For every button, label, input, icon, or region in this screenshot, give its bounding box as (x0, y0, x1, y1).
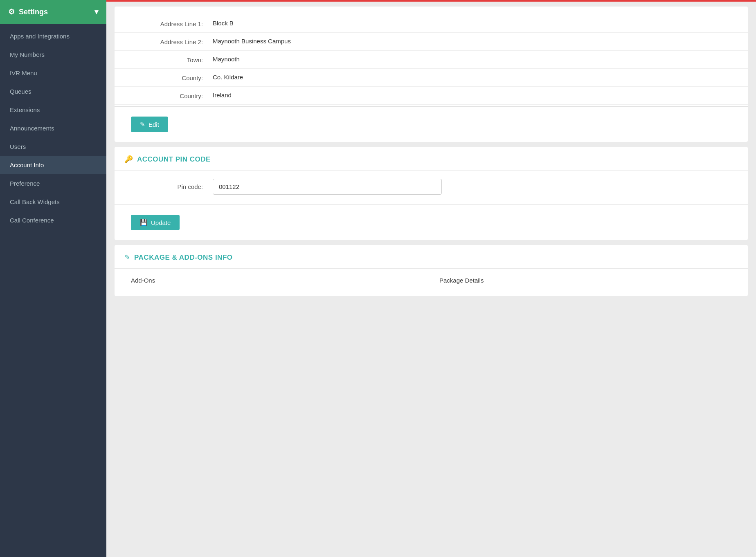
key-icon: 🔑 (124, 155, 133, 164)
address-field-value: Maynooth Business Campus (213, 38, 731, 45)
address-field-row: Address Line 1:Block B (115, 15, 748, 33)
address-field-row: Address Line 2:Maynooth Business Campus (115, 33, 748, 51)
address-field-row: County:Co. Kildare (115, 69, 748, 87)
pin-card: 🔑 ACCOUNT PIN CODE Pin code: 💾 Update (115, 147, 748, 240)
pin-field-row: Pin code: (131, 179, 731, 195)
package-card: ✎ PACKAGE & ADD-ONS INFO Add-Ons Package… (115, 245, 748, 296)
sidebar-nav: Apps and IntegrationsMy NumbersIVR MenuQ… (0, 24, 106, 229)
package-icon: ✎ (124, 253, 130, 262)
pin-input[interactable] (213, 179, 442, 195)
addons-col-title: Add-Ons (131, 277, 423, 284)
pin-section-title: ACCOUNT PIN CODE (137, 155, 211, 164)
address-card-footer: ✎ Edit (115, 108, 748, 142)
top-red-bar (106, 0, 756, 2)
save-icon: 💾 (140, 219, 148, 226)
package-details-col-title: Package Details (439, 277, 731, 284)
package-columns: Add-Ons Package Details (124, 277, 738, 288)
pin-label: Pin code: (131, 183, 213, 190)
sidebar: ⚙ Settings ▾ Apps and IntegrationsMy Num… (0, 0, 106, 557)
edit-button[interactable]: ✎ Edit (131, 117, 168, 132)
package-details-col: Package Details (439, 277, 731, 288)
package-section-title: PACKAGE & ADD-ONS INFO (134, 254, 233, 262)
sidebar-item-my-numbers[interactable]: My Numbers (0, 45, 106, 64)
sidebar-header-left: ⚙ Settings (8, 7, 48, 16)
settings-icon: ⚙ (8, 7, 15, 16)
update-button[interactable]: 💾 Update (131, 215, 180, 230)
sidebar-item-call-back-widgets[interactable]: Call Back Widgets (0, 193, 106, 211)
address-card: Address Line 1:Block BAddress Line 2:May… (115, 7, 748, 142)
content-area: Address Line 1:Block BAddress Line 2:May… (106, 7, 756, 296)
package-body: Add-Ons Package Details (115, 269, 748, 296)
sidebar-item-preference[interactable]: Preference (0, 174, 106, 193)
sidebar-title: Settings (19, 8, 48, 16)
address-field-label: Town: (131, 56, 213, 63)
pin-section-header: 🔑 ACCOUNT PIN CODE (115, 147, 748, 171)
address-section: Address Line 1:Block BAddress Line 2:May… (115, 7, 748, 105)
address-field-value: Co. Kildare (213, 74, 731, 81)
sidebar-item-queues[interactable]: Queues (0, 82, 106, 101)
address-field-label: Address Line 2: (131, 38, 213, 45)
address-field-label: Country: (131, 92, 213, 99)
sidebar-item-call-conference[interactable]: Call Conference (0, 211, 106, 229)
edit-button-label: Edit (148, 121, 159, 128)
package-section-header: ✎ PACKAGE & ADD-ONS INFO (115, 245, 748, 269)
sidebar-header: ⚙ Settings ▾ (0, 0, 106, 24)
sidebar-item-announcements[interactable]: Announcements (0, 119, 106, 137)
sidebar-item-ivr-menu[interactable]: IVR Menu (0, 64, 106, 82)
address-field-row: Town:Maynooth (115, 51, 748, 69)
address-field-row: Country:Ireland (115, 87, 748, 105)
update-button-label: Update (151, 219, 171, 226)
sidebar-item-apps-integrations[interactable]: Apps and Integrations (0, 27, 106, 45)
edit-icon: ✎ (140, 121, 145, 128)
address-field-value: Block B (213, 20, 731, 27)
pin-body: Pin code: (115, 171, 748, 203)
address-field-label: County: (131, 74, 213, 81)
address-field-label: Address Line 1: (131, 20, 213, 27)
address-field-value: Ireland (213, 92, 731, 99)
address-field-value: Maynooth (213, 56, 731, 63)
sidebar-item-users[interactable]: Users (0, 137, 106, 156)
addons-col: Add-Ons (131, 277, 423, 288)
main-content: Address Line 1:Block BAddress Line 2:May… (106, 0, 756, 557)
sidebar-item-account-info[interactable]: Account Info (0, 156, 106, 174)
pin-card-footer: 💾 Update (115, 207, 748, 240)
chevron-down-icon[interactable]: ▾ (94, 7, 98, 16)
sidebar-item-extensions[interactable]: Extensions (0, 101, 106, 119)
